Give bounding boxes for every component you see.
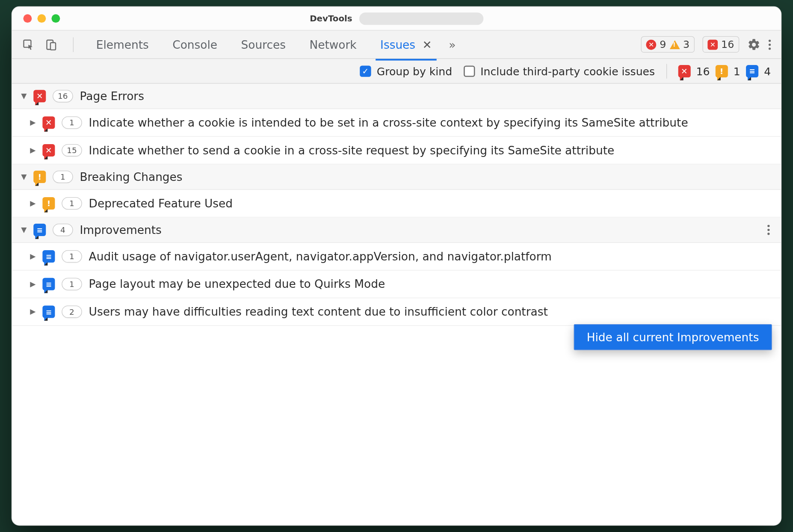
improvements-icon: ≡ — [42, 250, 55, 263]
issue-count-badge: 1 — [62, 250, 82, 263]
tab-elements[interactable]: Elements — [89, 34, 156, 55]
improvements-count: 4 — [764, 65, 771, 77]
tabstrip: Elements Console Sources Network Issues … — [12, 31, 781, 59]
issues-toolbar: Group by kind Include third-party cookie… — [12, 59, 781, 84]
tab-issues[interactable]: Issues ✕ — [373, 34, 438, 55]
disclosure-down-icon: ▼ — [21, 172, 27, 180]
device-toolbar-icon[interactable] — [45, 38, 57, 50]
errors-count: 16 — [696, 65, 710, 77]
group-title: Page Errors — [80, 89, 144, 103]
issue-item[interactable]: ▶✕15Indicate whether to send a cookie in… — [12, 137, 781, 165]
breaking-count: 1 — [734, 65, 740, 77]
issue-item[interactable]: ▶✕1Indicate whether a cookie is intended… — [12, 109, 781, 137]
tab-sources[interactable]: Sources — [234, 34, 293, 55]
issue-label: Indicate whether to send a cookie in a c… — [89, 142, 772, 158]
group-title: Breaking Changes — [80, 170, 182, 184]
group-count-badge: 4 — [53, 224, 73, 236]
third-party-checkbox[interactable]: Include third-party cookie issues — [464, 65, 655, 77]
group-count-badge: 16 — [53, 90, 73, 102]
breaking-icon: ! — [716, 65, 728, 77]
checkbox-unchecked-icon — [464, 65, 475, 77]
issues-chip[interactable]: ✕ 16 — [703, 36, 740, 53]
window-subtitle-pill — [359, 12, 483, 25]
issue-label: Users may have difficulties reading text… — [89, 304, 772, 319]
group-kebab-icon[interactable] — [767, 225, 769, 235]
more-tabs-icon[interactable]: » — [449, 38, 456, 51]
kebab-menu-icon[interactable] — [769, 39, 771, 50]
issues-count: 16 — [721, 38, 734, 50]
issue-count-badge: 1 — [62, 197, 82, 210]
disclosure-right-icon: ▶ — [30, 251, 36, 260]
group-header-improvements[interactable]: ▼≡4Improvements — [12, 217, 781, 242]
errors-icon: ✕ — [42, 144, 55, 157]
close-tab-icon[interactable]: ✕ — [422, 38, 432, 51]
console-warning-count: 3 — [683, 38, 689, 50]
divider — [73, 37, 74, 52]
errors-icon: ✕ — [42, 116, 55, 129]
issue-item[interactable]: ▶≡1Page layout may be unexpected due to … — [12, 271, 781, 299]
warning-icon — [669, 40, 680, 49]
console-error-count: 9 — [660, 38, 666, 50]
window-title: DevTools — [310, 13, 352, 24]
disclosure-right-icon: ▶ — [30, 145, 36, 154]
inspect-element-icon[interactable] — [22, 38, 35, 50]
errors-icon: ✕ — [33, 90, 46, 102]
group-by-kind-label: Group by kind — [377, 65, 452, 77]
devtools-window: DevTools Elements Console Sources Networ… — [12, 6, 781, 526]
improvement-icon: ≡ — [746, 65, 758, 77]
group-header-breaking[interactable]: ▼!1Breaking Changes — [12, 164, 781, 189]
disclosure-right-icon: ▶ — [30, 198, 36, 207]
svg-rect-2 — [50, 42, 56, 50]
menu-item-hide-improvements[interactable]: Hide all current Improvements — [574, 325, 772, 349]
console-errors-chip[interactable]: ✕ 9 3 — [641, 36, 695, 53]
issue-count-badge: 1 — [62, 278, 82, 290]
issue-label: Audit usage of navigator.userAgent, navi… — [89, 248, 772, 264]
breaking-icon: ! — [42, 197, 55, 210]
issue-label: Page layout may be unexpected due to Qui… — [89, 276, 772, 292]
issue-count-badge: 15 — [62, 144, 82, 157]
disclosure-down-icon: ▼ — [21, 91, 27, 100]
titlebar: DevTools — [12, 7, 781, 30]
disclosure-right-icon: ▶ — [30, 279, 36, 288]
breaking-icon: ! — [33, 171, 46, 183]
issue-label: Indicate whether a cookie is intended to… — [89, 115, 772, 130]
tab-issues-label: Issues — [380, 38, 415, 51]
tab-console[interactable]: Console — [166, 34, 224, 55]
disclosure-right-icon: ▶ — [30, 307, 36, 316]
group-by-kind-checkbox[interactable]: Group by kind — [360, 65, 452, 77]
improvements-icon: ≡ — [42, 305, 55, 318]
group-header-errors[interactable]: ▼✕16Page Errors — [12, 84, 781, 109]
group-title: Improvements — [80, 223, 161, 237]
disclosure-right-icon: ▶ — [30, 118, 36, 127]
issue-count-badge: 2 — [62, 305, 82, 318]
checkbox-checked-icon — [360, 65, 371, 77]
issue-kind-counts: ✕ 16 ! 1 ≡ 4 — [678, 65, 771, 77]
improvements-icon: ≡ — [42, 278, 55, 290]
improvements-icon: ≡ — [33, 224, 46, 236]
issues-list: ▼✕16Page Errors▶✕1Indicate whether a coo… — [12, 84, 781, 525]
issue-label: Deprecated Feature Used — [89, 195, 772, 211]
context-menu: Hide all current Improvements — [574, 324, 772, 350]
issue-item[interactable]: ▶≡2Users may have difficulties reading t… — [12, 298, 781, 326]
issue-count-badge: 1 — [62, 116, 82, 129]
divider — [666, 64, 666, 78]
tab-network[interactable]: Network — [303, 34, 364, 55]
group-count-badge: 1 — [53, 171, 73, 183]
issue-item[interactable]: ▶≡1Audit usage of navigator.userAgent, n… — [12, 243, 781, 271]
error-icon: ✕ — [678, 65, 690, 77]
disclosure-down-icon: ▼ — [21, 225, 27, 233]
settings-icon[interactable] — [747, 38, 761, 51]
error-icon: ✕ — [707, 39, 718, 50]
issue-item[interactable]: ▶!1Deprecated Feature Used — [12, 190, 781, 218]
third-party-label: Include third-party cookie issues — [480, 65, 655, 77]
error-icon: ✕ — [646, 39, 657, 50]
